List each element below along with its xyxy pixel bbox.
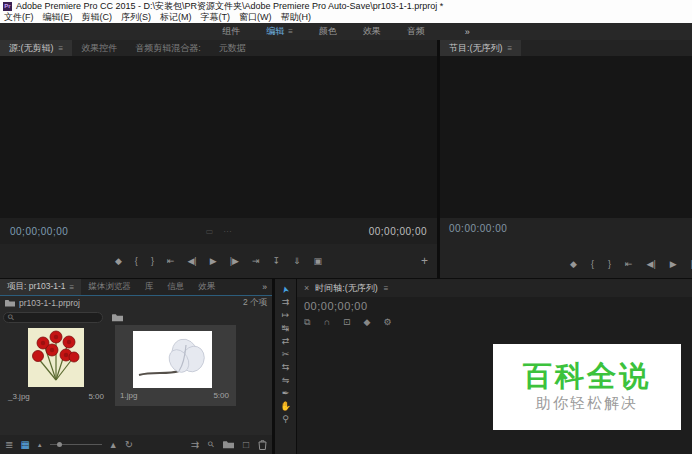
source-transport-controls: ◆{}⇤◀|▶|▶⇥↧⇓▣ (0, 244, 437, 278)
tab-libraries[interactable]: 库 (138, 279, 161, 295)
tab-metadata[interactable]: 元数据 (210, 40, 255, 56)
slip-tool[interactable]: ⇆ (282, 361, 290, 374)
linked-selection-button[interactable]: ⊡ (343, 317, 351, 328)
clip-name: _3.jpg (8, 392, 30, 401)
add-marker-button[interactable]: ◆ (570, 259, 577, 269)
workspace-tab-effects[interactable]: 效果 (363, 25, 381, 38)
tab-source[interactable]: 源:(无剪辑) ≡ (0, 40, 72, 56)
tab-audio-clip-mixer[interactable]: 音频剪辑混合器: (126, 40, 210, 56)
snap-button[interactable]: ∩ (323, 317, 329, 328)
sort-icons-button[interactable]: ↻ (125, 439, 133, 450)
slide-tool[interactable]: ⇋ (282, 374, 290, 387)
clip-tile[interactable]: _3.jpg 5:00 (2, 326, 114, 406)
project-item-count: 2 个项 (243, 297, 267, 309)
play-button[interactable]: ▶ (210, 256, 217, 266)
insert-button[interactable]: ↧ (272, 256, 280, 266)
panel-menu-icon[interactable]: ≡ (508, 44, 513, 53)
rate-stretch-tool[interactable]: ⇄ (282, 335, 290, 348)
go-to-in-button[interactable]: ⇤ (625, 259, 633, 269)
new-item-button[interactable]: □ (243, 439, 249, 450)
tab-info[interactable]: 信息 (160, 279, 191, 295)
overwrite-button[interactable]: ⇓ (293, 256, 301, 266)
bin-folder-icon (5, 299, 15, 307)
mark-in-button[interactable]: { (135, 256, 138, 266)
close-icon[interactable]: × (304, 283, 309, 293)
project-panel-tabs: 项目: pr103-1-1 ≡ 媒体浏览器 库 信息 效果 » (0, 279, 272, 296)
project-toolbar: ≣ ▦ ▲ ▲ ↻ ⇉ ⚲ □ (0, 435, 272, 454)
step-back-button[interactable]: ◀| (187, 256, 196, 266)
breadcrumb-folder-icon[interactable] (112, 313, 123, 322)
panel-overflow-icon[interactable]: » (262, 279, 272, 295)
panel-menu-icon[interactable]: ≡ (384, 284, 389, 293)
thumbnail-zoom-slider[interactable] (50, 444, 102, 445)
razor-tool[interactable]: ✂ (282, 348, 290, 361)
timeline-settings-button[interactable]: ⚙ (383, 317, 391, 328)
watermark-overlay: 百科全说 助你轻松解决 (493, 344, 681, 430)
tab-project[interactable]: 项目: pr103-1-1 ≡ (0, 279, 81, 295)
tab-program[interactable]: 节目:(无序列) ≡ (440, 40, 521, 56)
clear-trash-button[interactable] (258, 440, 267, 450)
mark-in-button[interactable]: { (591, 259, 594, 269)
zoom-slider-knob[interactable] (57, 442, 62, 447)
zoom-out-icon[interactable]: ▲ (37, 442, 43, 448)
program-panel-tabs: 节目:(无序列) ≡ (440, 40, 692, 56)
new-bin-button[interactable] (223, 440, 234, 449)
ripple-edit-tool[interactable]: ↦ (282, 309, 290, 322)
track-select-forward-tool[interactable]: ⇉ (282, 296, 290, 309)
play-button[interactable]: ▶ (670, 259, 677, 269)
mark-out-button[interactable]: } (608, 259, 611, 269)
add-marker-button[interactable]: ◆ (115, 256, 122, 266)
menu-bar: 文件(F) 编辑(E) 剪辑(C) 序列(S) 标记(M) 字幕(T) 窗口(W… (0, 12, 692, 23)
program-current-timecode: 00:00:00:00 (449, 223, 507, 234)
workspace-tab-audio[interactable]: 音频 (407, 25, 425, 38)
zoom-tool[interactable]: ⚲ (282, 413, 289, 426)
workspace-tab-color[interactable]: 颜色 (319, 25, 337, 38)
workspace-bar: 组件 编辑 ≡ 颜色 效果 音频 » (0, 23, 692, 40)
step-forward-button[interactable]: |▶ (230, 256, 239, 266)
tools-panel: ➤⇉↦↹⇄✂⇆⇋✒✋⚲ (275, 279, 296, 454)
premiere-app-icon: Pr (3, 2, 12, 11)
project-clip-area: _3.jpg 5:00 1.jpg 5:00 (0, 325, 272, 434)
workspace-overflow-icon[interactable]: » (465, 27, 470, 37)
automate-to-sequence-button[interactable]: ⇉ (191, 439, 199, 450)
insert-overwrite-sequence-button[interactable]: ⧉ (304, 317, 310, 328)
panel-menu-icon[interactable]: ≡ (70, 283, 75, 292)
workspace-tab-assembly[interactable]: 组件 (222, 25, 240, 38)
tab-effect-controls[interactable]: 效果控件 (72, 40, 126, 56)
workspace-tab-editing[interactable]: 编辑 ≡ (266, 25, 293, 38)
selection-tool[interactable]: ➤ (278, 284, 293, 295)
rolling-edit-tool[interactable]: ↹ (282, 322, 290, 335)
timeline-controls: ⧉∩⊡◆⚙ (297, 312, 692, 328)
source-timecode-bar: 00;00;00;00 ▭ ⋯ 00;00;00;00 (0, 218, 437, 244)
program-monitor-panel: 节目:(无序列) ≡ 00:00:00:00 ◆{}⇤◀|▶|▶ (440, 40, 692, 278)
go-to-out-button[interactable]: ⇥ (252, 256, 260, 266)
clip-thumbnail-roses (28, 328, 84, 387)
go-to-in-button[interactable]: ⇤ (167, 256, 175, 266)
project-file-row: pr103-1-1.prproj 2 个项 (0, 296, 272, 310)
program-transport-controls: ◆{}⇤◀|▶|▶ (570, 259, 692, 269)
tab-effects[interactable]: 效果 (191, 279, 222, 295)
pen-tool[interactable]: ✒ (282, 387, 290, 400)
source-duration-timecode: 00;00;00;00 (369, 226, 427, 237)
clip-tile-selected[interactable]: 1.jpg 5:00 (115, 325, 236, 406)
button-editor-add-icon[interactable]: + (421, 254, 428, 268)
export-frame-button[interactable]: ▣ (314, 256, 323, 266)
watermark-subtitle: 助你轻松解决 (536, 394, 638, 413)
step-back-button[interactable]: ◀| (647, 259, 656, 269)
list-view-button[interactable]: ≣ (5, 439, 13, 450)
tab-media-browser[interactable]: 媒体浏览器 (81, 279, 138, 295)
source-monitor-panel: 源:(无剪辑) ≡ 效果控件 音频剪辑混合器: 元数据 00;00;00;00 … (0, 40, 437, 278)
icon-view-button[interactable]: ▦ (20, 439, 29, 450)
playback-resolution-select[interactable]: ⋯ (223, 227, 231, 236)
workspace-menu-icon[interactable]: ≡ (288, 27, 293, 36)
zoom-level-select[interactable]: ▭ (206, 227, 214, 236)
hand-tool[interactable]: ✋ (280, 400, 291, 413)
mark-out-button[interactable]: } (151, 256, 154, 266)
search-input[interactable]: ⚲ (3, 312, 103, 323)
panel-menu-icon[interactable]: ≡ (59, 44, 64, 53)
clip-name: 1.jpg (120, 391, 137, 400)
add-marker-button[interactable]: ◆ (363, 317, 370, 328)
tab-timeline[interactable]: 时间轴:(无序列) (315, 282, 378, 295)
zoom-in-icon[interactable]: ▲ (109, 440, 118, 450)
find-button[interactable]: ⚲ (206, 439, 217, 450)
